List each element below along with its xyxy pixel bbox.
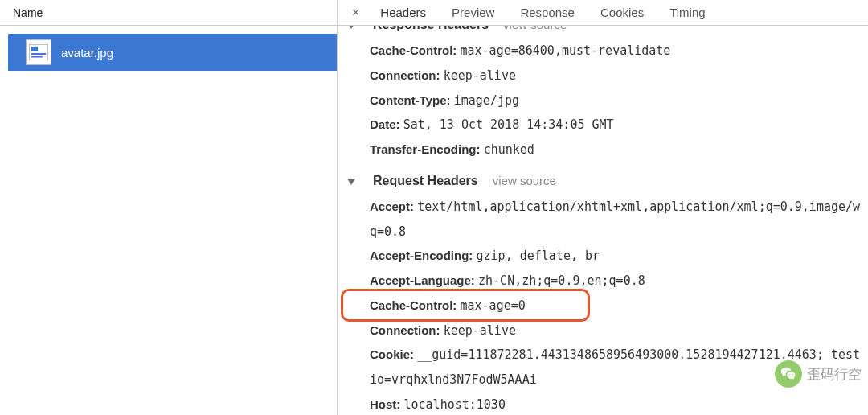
chevron-down-icon[interactable] [347, 26, 355, 29]
header-value: localhost:1030 [404, 397, 506, 412]
tab-headers[interactable]: Headers [367, 0, 439, 26]
response-header-line: Content-Type: image/jpg [347, 88, 868, 113]
request-header-line: Host: localhost:1030 [347, 392, 868, 415]
header-key: Cache-Control: [370, 298, 461, 312]
response-headers-section: Response Headers view source Cache-Contr… [338, 26, 868, 167]
watermark: 歪码行空 [775, 360, 862, 388]
response-header-line: Cache-Control: max-age=86400,must-revali… [347, 39, 868, 64]
view-source-link[interactable]: view source [503, 26, 567, 31]
header-key: Host: [370, 397, 404, 411]
header-value: keep-alive [444, 68, 516, 83]
header-value: keep-alive [444, 323, 516, 338]
request-header-line: Connection: keep-alive [347, 318, 868, 343]
request-header-line: Accept-Encoding: gzip, deflate, br [347, 244, 868, 269]
section-title: Response Headers [373, 26, 489, 32]
header-key: Cache-Control: [370, 43, 461, 57]
close-icon[interactable]: × [344, 6, 367, 20]
file-row[interactable]: avatar.jpg [8, 34, 337, 71]
header-value: image/jpg [454, 93, 519, 108]
request-header-line: Cache-Control: max-age=0 [347, 294, 868, 318]
header-value: q=0.8 [370, 224, 406, 239]
column-header-name: Name [0, 0, 337, 26]
file-list-panel: Name avatar.jpg [0, 0, 338, 415]
request-header-line: Accept-Language: zh-CN,zh;q=0.9,en;q=0.8 [347, 269, 868, 294]
header-key: Accept-Encoding: [370, 249, 477, 262]
header-key: Accept: [370, 199, 417, 213]
header-key: Connection: [370, 323, 444, 337]
header-value: gzip, deflate, br [477, 249, 600, 263]
header-value: io=vrqhxlnd3N7FodW5AAAi [370, 372, 537, 387]
svg-rect-2 [31, 53, 46, 55]
response-header-line: Connection: keep-alive [347, 64, 868, 88]
header-value: max-age=86400,must-revalidate [461, 43, 671, 58]
request-header-line: q=0.8 [347, 220, 868, 244]
header-key: Content-Type: [370, 93, 454, 107]
response-header-line: Date: Sat, 13 Oct 2018 14:34:05 GMT [347, 113, 868, 138]
header-value: Sat, 13 Oct 2018 14:34:05 GMT [403, 117, 614, 132]
chevron-down-icon[interactable] [347, 179, 355, 185]
image-file-icon [26, 39, 51, 65]
header-key: Accept-Language: [370, 273, 478, 287]
response-header-line: Transfer-Encoding: chunked [347, 138, 868, 162]
header-value: max-age=0 [461, 298, 526, 313]
details-panel: × Headers Preview Response Cookies Timin… [338, 0, 868, 415]
tab-preview[interactable]: Preview [439, 0, 507, 26]
svg-rect-1 [31, 47, 38, 51]
request-header-line: Accept: text/html,application/xhtml+xml,… [347, 195, 868, 220]
header-key: Date: [370, 117, 403, 131]
header-key: Cookie: [370, 347, 417, 361]
headers-content: Response Headers view source Cache-Contr… [338, 26, 868, 415]
header-value: zh-CN,zh;q=0.9,en;q=0.8 [478, 273, 645, 288]
file-name: avatar.jpg [61, 46, 113, 60]
tab-timing[interactable]: Timing [657, 0, 718, 26]
header-key: Connection: [370, 68, 444, 82]
watermark-text: 歪码行空 [807, 365, 862, 384]
wechat-icon [775, 360, 802, 388]
tab-cookies[interactable]: Cookies [588, 0, 657, 26]
section-title: Request Headers [373, 174, 478, 188]
svg-rect-3 [31, 56, 43, 58]
header-value: text/html,application/xhtml+xml,applicat… [417, 199, 860, 214]
tab-bar: × Headers Preview Response Cookies Timin… [338, 0, 868, 26]
tab-response[interactable]: Response [507, 0, 588, 26]
header-value: chunked [484, 142, 534, 157]
view-source-link[interactable]: view source [493, 174, 556, 187]
header-key: Transfer-Encoding: [370, 142, 484, 156]
